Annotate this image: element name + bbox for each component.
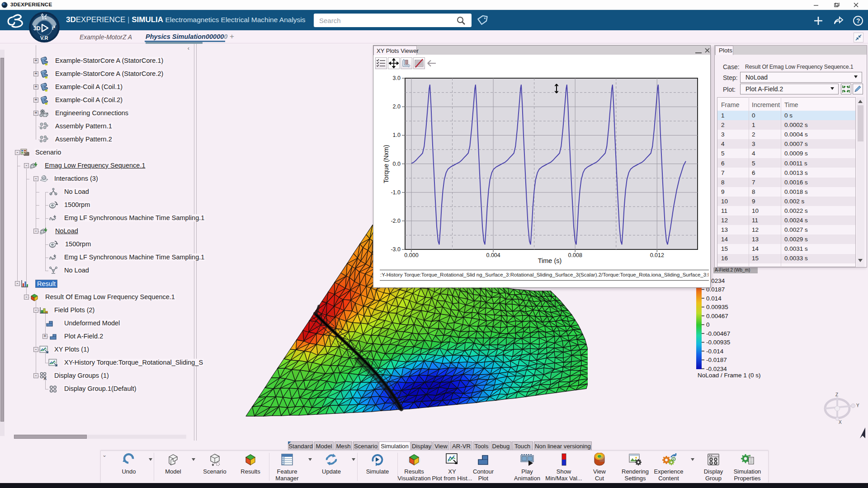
svg-text:0.000: 0.000 — [404, 252, 418, 258]
svg-text:-1.0: -1.0 — [391, 189, 401, 196]
svg-text:Torque (Nxm): Torque (Nxm) — [382, 145, 390, 183]
svg-text:0.00467: 0.00467 — [706, 313, 728, 319]
svg-text:A: A — [44, 376, 47, 380]
svg-text:0.012: 0.012 — [650, 252, 664, 258]
svg-text:0.0: 0.0 — [393, 161, 401, 167]
svg-text:Y: Y — [856, 403, 859, 408]
svg-text:?: ? — [856, 17, 860, 24]
svg-text:0.00935: 0.00935 — [706, 304, 728, 310]
svg-text:0: 0 — [706, 321, 710, 328]
svg-text:X: X — [839, 420, 842, 425]
svg-text:-0.00935: -0.00935 — [706, 339, 730, 346]
svg-text:-0.0234: -0.0234 — [706, 366, 727, 372]
svg-text:0.014: 0.014 — [706, 295, 722, 302]
svg-text:V.R: V.R — [40, 35, 48, 41]
svg-text:1.0: 1.0 — [393, 132, 401, 138]
svg-text:0.004: 0.004 — [486, 252, 500, 258]
svg-text:0.008: 0.008 — [568, 252, 582, 258]
svg-text:2.0: 2.0 — [393, 103, 401, 110]
svg-text:3.0: 3.0 — [393, 75, 401, 81]
svg-text:-0.014: -0.014 — [706, 348, 724, 355]
svg-text:Z: Z — [835, 392, 838, 397]
svg-text:-2.0: -2.0 — [391, 218, 401, 224]
svg-text:Time (s): Time (s) — [538, 257, 562, 264]
svg-text:-3.0: -3.0 — [391, 246, 401, 253]
svg-text:i²: i² — [52, 25, 55, 31]
svg-text:-0.00467: -0.00467 — [706, 330, 730, 337]
svg-text:-0.0187: -0.0187 — [706, 357, 727, 363]
svg-text:3D: 3D — [33, 25, 41, 32]
